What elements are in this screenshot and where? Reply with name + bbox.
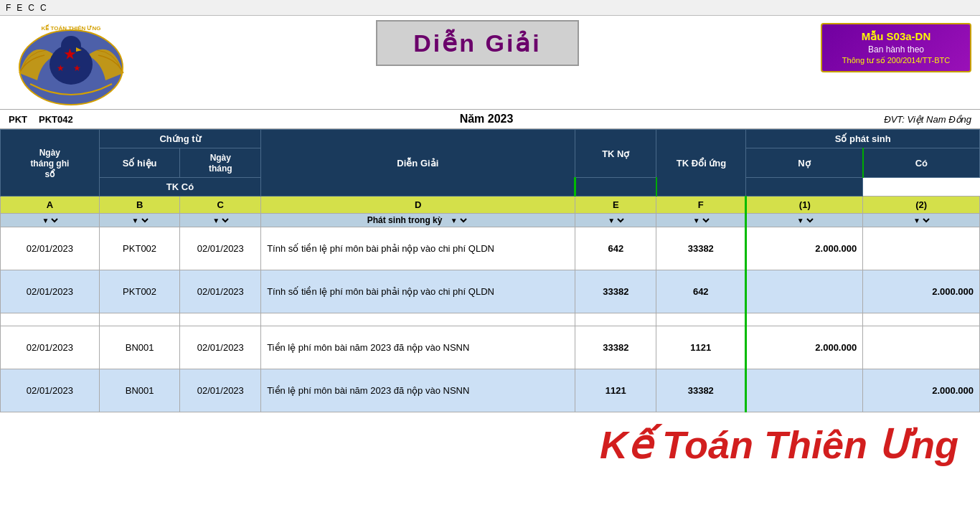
td-ngay-ct-4: 02/01/2023 [180,369,261,412]
filter-f[interactable]: ▼ [656,214,746,227]
th-yellow-d: D [261,197,575,214]
mau-badge: Mẫu S03a-DN Ban hành theo Thông tư số 20… [821,23,971,72]
mau-badge-ref: Thông tư số 200/2014/TT-BTC [831,56,961,65]
td-no-1: 2.000.000 [746,227,863,270]
th-chung-tu: Chứng từ [99,130,260,148]
td-sohieu-1: PKT002 [99,227,180,270]
pkt-label: PKT [9,114,27,125]
mau-badge-sub: Ban hành theo [831,44,961,55]
filter-c-select[interactable]: ▼ [209,216,231,225]
th-yellow-2: (2) [863,197,980,214]
td-tkno-4: 1121 [575,369,656,412]
unit-text: ĐVT: Việt Nam Đồng [884,114,971,125]
td-sohieu-3: BN001 [99,326,180,369]
nav-item[interactable]: C [40,3,47,13]
filter-d-select[interactable]: ▼ [448,216,469,225]
table-row-separator [1,313,980,326]
filter-a-select[interactable]: ▼ [39,216,60,225]
th-so-phat-sinh: Số phát sinh [746,130,980,148]
th-tk-doi-ung: TK Đổi ứng [656,130,746,197]
filter-b-select[interactable]: ▼ [129,216,151,225]
filter-e-select[interactable]: ▼ [605,216,626,225]
phat-sinh-label: Phát sinh trong kỳ [367,215,443,225]
td-no-2 [746,270,863,313]
nav-item[interactable]: E [17,3,22,13]
filter-c[interactable]: ▼ [180,214,261,227]
td-ngay-2: 02/01/2023 [1,270,100,313]
mau-badge-title: Mẫu S03a-DN [831,30,961,43]
svg-text:★: ★ [73,63,81,73]
td-ngay-ct-2: 02/01/2023 [180,270,261,313]
td-co-1 [863,227,980,270]
td-tkdu-3: 1121 [656,326,746,369]
table-row: 02/01/2023 PKT002 02/01/2023 Tính số tiề… [1,227,980,270]
filter-2[interactable]: ▼ [863,214,980,227]
th-tk-co: TK Có [99,178,260,197]
filter-d[interactable]: Phát sinh trong kỳ ▼ [261,214,575,227]
svg-text:★: ★ [64,47,76,62]
th-yellow-c: C [180,197,261,214]
watermark: Kế Toán Thiên Ưng [600,422,958,468]
unit-label: ĐVT: Việt Nam Đồng [792,114,971,125]
td-tkdu-4: 33382 [656,369,746,412]
filter-1-select[interactable]: ▼ [794,216,816,225]
td-ngay-ct-1: 02/01/2023 [180,227,261,270]
td-ngay-4: 02/01/2023 [1,369,100,412]
td-dien-giai-4: Tiền lệ phí môn bài năm 2023 đã nộp vào … [261,369,575,412]
filter-b[interactable]: ▼ [99,214,180,227]
nav-item[interactable]: F [6,3,11,13]
td-tkno-2: 33382 [575,270,656,313]
pkt-block: PKT PKT042 [9,114,181,125]
filter-2-select[interactable]: ▼ [910,216,932,225]
td-sohieu-4: BN001 [99,369,180,412]
th-tk-no: TK Nợ [575,130,656,178]
th-ngay-ct: Ngày tháng [180,148,261,178]
th-dien-giai: Diễn Giải [261,130,575,197]
table-row: 02/01/2023 PKT002 02/01/2023 Tính số tiề… [1,270,980,313]
year-text: Năm 2023 [460,113,514,125]
title-center-block: Diễn Giải [134,20,821,70]
td-tkno-1: 642 [575,227,656,270]
td-co-2: 2.000.000 [863,270,980,313]
filter-a[interactable]: ▼ [1,214,100,227]
td-tkdu-2: 642 [656,270,746,313]
th-no-label: Nợ [746,148,863,178]
td-tkdu-1: 33382 [656,227,746,270]
filter-e[interactable]: ▼ [575,214,656,227]
filter-f-select[interactable]: ▼ [690,216,712,225]
td-co-3 [863,326,980,369]
table-row: 02/01/2023 BN001 02/01/2023 Tiền lệ phí … [1,369,980,412]
td-dien-giai-2: Tính số tiền lệ phí môn bài phải nộp vào… [261,270,575,313]
table-row: 02/01/2023 BN001 02/01/2023 Tiền lệ phí … [1,326,980,369]
header-area: ★ ★ ★ KẾ TOÁN THIÊN ƯNG Diễn Giải Mẫu S0… [0,16,980,109]
th-col1-no [575,178,656,197]
filter-1[interactable]: ▼ [746,214,863,227]
td-no-3: 2.000.000 [746,326,863,369]
td-ngay-1: 02/01/2023 [1,227,100,270]
th-co-label: Có [863,148,980,178]
th-yellow-a: A [1,197,100,214]
td-sohieu-2: PKT002 [99,270,180,313]
th-col2-co [746,178,863,197]
main-title: Diễn Giải [376,20,579,66]
year-center: Năm 2023 [181,113,792,126]
th-so-hieu: Số hiệu [99,148,180,178]
td-tkno-3: 33382 [575,326,656,369]
td-ngay-ct-3: 02/01/2023 [180,326,261,369]
th-ngay-thang: Ngày tháng ghi sổ [1,130,100,197]
th-yellow-f: F [656,197,746,214]
th-yellow-b: B [99,197,180,214]
td-no-4 [746,369,863,412]
td-dien-giai-3: Tiền lệ phí môn bài năm 2023 đã nộp vào … [261,326,575,369]
company-logo: ★ ★ ★ KẾ TOÁN THIÊN ƯNG [16,23,127,108]
nav-item[interactable]: C [28,3,34,13]
year-row: PKT PKT042 Năm 2023 ĐVT: Việt Nam Đồng [0,109,980,129]
pkt042-label: PKT042 [39,114,73,125]
th-yellow-1: (1) [746,197,863,214]
svg-text:★: ★ [57,63,65,73]
logo-container: ★ ★ ★ KẾ TOÁN THIÊN ƯNG [9,20,134,108]
main-table: Ngày tháng ghi sổ Chứng từ Diễn Giải TK … [0,129,980,412]
td-dien-giai-1: Tính số tiền lệ phí môn bài phải nộp vào… [261,227,575,270]
td-co-4: 2.000.000 [863,369,980,412]
td-ngay-3: 02/01/2023 [1,326,100,369]
